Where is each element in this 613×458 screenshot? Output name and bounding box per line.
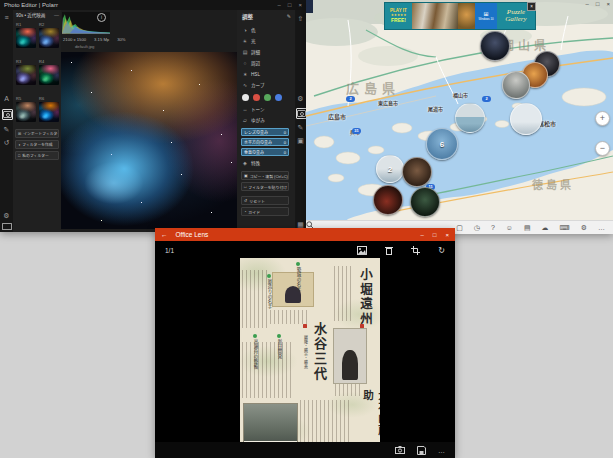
photo-canvas[interactable]: [61, 52, 237, 229]
ad-close-button[interactable]: ×: [527, 2, 536, 11]
edit-pencil-icon[interactable]: ✎: [287, 13, 291, 19]
clock-icon[interactable]: ◷: [474, 223, 480, 233]
guide-button[interactable]: ◔ ガイド: [241, 207, 289, 216]
windows-store-badge: ⊞ Windows 10: [475, 3, 497, 29]
minimize-button[interactable]: –: [278, 2, 281, 8]
filter-thumbnail[interactable]: [39, 65, 59, 85]
map-window: 広島県 岡山県 徳島県 広島市 東広島市 尾道市 呉市 福山市 高松市 2 31…: [306, 0, 613, 234]
delete-icon[interactable]: [385, 246, 393, 255]
close-button[interactable]: ×: [445, 232, 449, 238]
emoji-icon[interactable]: ☺: [506, 223, 513, 233]
maximize-button[interactable]: □: [433, 232, 437, 238]
maximize-button[interactable]: □: [596, 1, 600, 7]
brush-icon[interactable]: ✎: [0, 125, 13, 134]
adjust-panel: 調整 ✎ ◑ 色 ☀ 光 ▤ 詳細 ○ 周辺: [237, 10, 295, 232]
adjust-item-curves[interactable]: ∿ カーブ: [242, 82, 265, 88]
save-icon[interactable]: [417, 446, 426, 455]
info-icon[interactable]: i: [97, 13, 106, 22]
swatch-blue[interactable]: [275, 94, 282, 101]
lens-distortion-field[interactable]: レンズの歪み 0: [241, 128, 289, 136]
cloud-icon[interactable]: ☁: [542, 223, 549, 233]
swatch-white[interactable]: [242, 94, 249, 101]
city-label-onomichi: 尾道市: [428, 105, 443, 112]
zoom-in-button[interactable]: +: [595, 111, 610, 126]
close-button[interactable]: ×: [298, 2, 302, 8]
more-icon[interactable]: …: [438, 447, 445, 454]
close-button[interactable]: ×: [606, 1, 610, 7]
crop-icon[interactable]: [411, 246, 420, 255]
maximize-button[interactable]: □: [288, 2, 292, 8]
scanned-document[interactable]: 小堀遠州 水谷三代 （勝隆・勝宗・勝美） 大石内蔵助 築城の名手 庭造りの名手 …: [240, 258, 380, 446]
photo-marker[interactable]: [402, 157, 432, 187]
gear-icon[interactable]: ⚙: [0, 211, 13, 220]
adjust-item-distort[interactable]: ▱ ゆがみ: [242, 117, 265, 123]
adjust-item-special[interactable]: ◈ 特殊: [242, 160, 260, 166]
monitor-icon[interactable]: [2, 223, 12, 230]
import-filter-button[interactable]: ⊞ インポートフィルター: [15, 129, 59, 138]
rotate-icon[interactable]: ↻: [438, 246, 445, 255]
swatch-green[interactable]: [264, 94, 271, 101]
text-tool-icon[interactable]: A: [0, 94, 13, 103]
tune-icon[interactable]: ≡: [0, 13, 13, 22]
minimize-button[interactable]: –: [586, 1, 589, 7]
photo-marker[interactable]: [373, 185, 403, 215]
pen-icon[interactable]: ✎: [295, 123, 306, 132]
camera-icon[interactable]: [395, 446, 405, 454]
filter-thumbnail[interactable]: [16, 65, 36, 85]
my-filters-button[interactable]: □ 私のフィルター: [15, 151, 59, 160]
create-filter-button[interactable]: ◑ フィルターを作成: [15, 140, 59, 149]
crop-icon[interactable]: ▣: [295, 136, 306, 145]
photo-marker[interactable]: [510, 103, 542, 135]
filter-thumbnail[interactable]: [16, 102, 36, 122]
paste-filter-button[interactable]: □ フィルターを貼り付け (Ctrl+V): [241, 182, 289, 191]
help-icon[interactable]: ?: [491, 223, 495, 233]
ad-collage-image: [412, 3, 458, 29]
collapse-handle[interactable]: —: [54, 12, 59, 18]
photo-cluster-marker[interactable]: 2: [376, 155, 404, 183]
detail-icon: ▤: [242, 49, 248, 55]
zoom-out-button[interactable]: −: [595, 141, 610, 156]
history-icon[interactable]: ↺: [0, 138, 13, 147]
city-label-hiroshima: 広島市: [328, 112, 346, 121]
image-dimensions: 2100 x 1500: [63, 37, 86, 42]
more-icon[interactable]: …: [598, 223, 605, 233]
gear-icon[interactable]: ⚙: [295, 94, 306, 103]
adjust-item-color[interactable]: ◑ 色: [242, 27, 256, 33]
cluster-count: 2: [377, 156, 403, 182]
adjust-item-tone[interactable]: ↔ トーン: [242, 106, 265, 112]
photo-marker[interactable]: [410, 187, 440, 217]
vertical-distortion-field[interactable]: 垂直の歪み 0: [241, 148, 289, 156]
puzzle-ad-banner[interactable]: PLAY IT ★★★★★ FREE! ⊞ Windows 10 Puzzle …: [384, 2, 536, 30]
briefcase-icon[interactable]: ▢: [456, 223, 463, 233]
filter-label: R5: [16, 96, 21, 101]
reset-icon: ↺: [244, 198, 247, 203]
photo-cluster-marker[interactable]: 6: [426, 128, 458, 160]
filter-thumbnail[interactable]: [39, 102, 59, 122]
document-title-oishi: 大石内蔵助: [360, 390, 380, 446]
horizontal-distortion-field[interactable]: 水平方向の歪み 0: [241, 138, 289, 146]
swatch-red[interactable]: [253, 94, 260, 101]
adjust-item-vignette[interactable]: ○ 周辺: [242, 60, 260, 66]
route-shield: 31: [352, 128, 361, 134]
camera-tool-selected[interactable]: [2, 109, 13, 120]
adjust-item-detail[interactable]: ▤ 詳細: [242, 49, 260, 55]
editor-canvas-area: i 2100 x 1500 3.15 Mp 30% default.jpg: [61, 10, 237, 232]
keyboard-icon[interactable]: ⌨: [560, 223, 570, 233]
adjust-item-light[interactable]: ☀ 光: [242, 38, 256, 44]
photo-marker[interactable]: [480, 31, 510, 61]
photo-marker[interactable]: [455, 103, 485, 133]
photo-editor-body: ≡ A ✎ ↺ ⚙ 90s • 近代映画 — R1 R2 R3 R4 R5: [0, 10, 306, 232]
reset-button[interactable]: ↺ リセット: [241, 196, 289, 205]
image-icon[interactable]: ▤: [524, 223, 531, 233]
gear-icon[interactable]: ⚙: [581, 223, 587, 233]
adjust-item-hsl[interactable]: ∗ HSL: [242, 71, 260, 77]
copy-filter-button[interactable]: ▣ コピー・複製 (Ctrl+C): [241, 171, 289, 180]
export-icon[interactable]: ⇧: [295, 14, 306, 23]
filter-category-label[interactable]: 90s • 近代映画: [16, 12, 45, 18]
back-icon[interactable]: ←: [161, 231, 168, 238]
minimize-button[interactable]: –: [421, 232, 424, 238]
image-export-icon[interactable]: [357, 246, 367, 255]
photo-marker[interactable]: [502, 71, 530, 99]
filter-thumbnail[interactable]: [39, 28, 59, 48]
filter-thumbnail[interactable]: [16, 28, 36, 48]
